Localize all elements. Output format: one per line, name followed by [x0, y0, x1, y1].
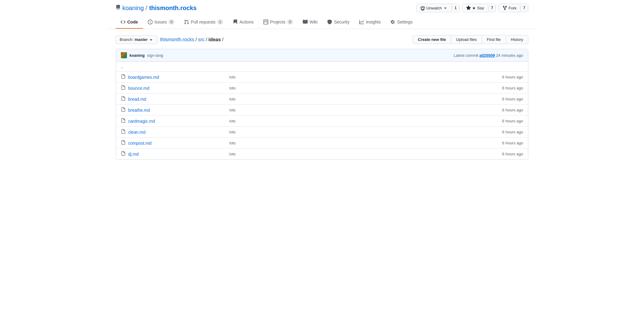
file-icon	[121, 107, 126, 113]
history-button[interactable]: History	[506, 35, 528, 44]
path-bar: Branch: master thismonth.rocks / src / i…	[116, 35, 528, 44]
tab-wiki[interactable]: Wiki	[298, 16, 322, 29]
path-left: Branch: master thismonth.rocks / src / i…	[116, 35, 223, 44]
tab-projects[interactable]: Projects 0	[259, 16, 298, 29]
tab-settings[interactable]: Settings	[385, 16, 418, 29]
file-icon	[121, 74, 126, 80]
file-time: 6 hours ago	[427, 86, 523, 90]
breadcrumb-sep-2: /	[206, 37, 207, 42]
star-count: 7	[488, 5, 496, 11]
table-row: compost.md lots 6 hours ago	[116, 138, 528, 149]
table-row: clean.md lots 6 hours ago	[116, 127, 528, 138]
breadcrumb-sep-1: /	[196, 37, 197, 42]
projects-badge: 0	[287, 20, 293, 24]
file-commit: lots	[225, 108, 427, 112]
file-name[interactable]: compost.md	[128, 141, 225, 146]
avatar	[121, 52, 127, 58]
file-time: 6 hours ago	[427, 119, 523, 123]
commit-hash[interactable]: a025509	[479, 53, 495, 58]
table-row: boardgames.md lots 6 hours ago	[116, 72, 528, 83]
file-time: 6 hours ago	[427, 108, 523, 112]
file-time: 6 hours ago	[427, 141, 523, 145]
file-icon	[121, 129, 126, 135]
upload-files-button[interactable]: Upload files	[451, 35, 482, 44]
tab-actions[interactable]: Actions	[228, 16, 259, 29]
fork-label: Fork	[508, 6, 516, 10]
fork-count: 7	[520, 5, 528, 11]
nav-tabs: Code Issues 0 Pull requests 1 Actions Pr…	[108, 16, 536, 29]
table-row: bread.md lots 6 hours ago	[116, 94, 528, 105]
unwatch-label: Unwatch	[426, 6, 442, 10]
commit-author: koaning	[129, 53, 145, 58]
branch-selector[interactable]: Branch: master	[116, 35, 157, 44]
commit-time: 24 minutes ago	[496, 53, 523, 58]
fork-button[interactable]: Fork	[499, 4, 520, 12]
star-group: ★ Star 7	[462, 4, 496, 12]
parent-link[interactable]: ..	[121, 64, 123, 69]
file-table: koaning sign-lang Latest commit a025509 …	[116, 49, 528, 160]
breadcrumb-sep-3: /	[222, 37, 223, 42]
file-commit: lots	[225, 75, 427, 79]
file-commit: lots	[225, 119, 427, 123]
file-icon	[121, 151, 126, 157]
table-row: bounce.md lots 6 hours ago	[116, 83, 528, 94]
commit-info: koaning sign-lang	[121, 52, 163, 58]
breadcrumb-src[interactable]: src	[198, 37, 204, 42]
file-commit: lots	[225, 97, 427, 101]
tab-code[interactable]: Code	[116, 16, 143, 29]
header-actions: Unwatch 1 ★ Star 7 Fork 7	[414, 4, 528, 12]
file-icon	[121, 118, 126, 124]
file-name[interactable]: cardmagic.md	[128, 119, 225, 124]
header: koaning / thismonth.rocks Unwatch 1 ★ St…	[108, 0, 536, 16]
repo-separator: /	[146, 5, 147, 12]
file-commit: lots	[225, 152, 427, 156]
tab-issues[interactable]: Issues 0	[143, 16, 179, 29]
repo-title: koaning / thismonth.rocks	[116, 5, 197, 12]
breadcrumb-current: ideas	[208, 37, 221, 42]
file-commit: lots	[225, 86, 427, 90]
star-label: ★ Star	[472, 6, 484, 10]
breadcrumb: thismonth.rocks / src / ideas /	[160, 37, 223, 42]
file-icon	[121, 96, 126, 102]
parent-row: ..	[116, 62, 528, 72]
file-commit: lots	[225, 130, 427, 134]
issues-badge: 0	[168, 20, 174, 24]
tab-insights[interactable]: Insights	[354, 16, 385, 29]
tab-security[interactable]: Security	[322, 16, 354, 29]
file-time: 6 hours ago	[427, 75, 523, 79]
unwatch-group: Unwatch 1	[416, 4, 460, 12]
commit-row: koaning sign-lang Latest commit a025509 …	[116, 49, 528, 62]
repo-owner[interactable]: koaning	[122, 5, 144, 12]
breadcrumb-repo[interactable]: thismonth.rocks	[160, 37, 194, 42]
file-name[interactable]: breathe.md	[128, 108, 225, 113]
commit-meta: Latest commit a025509 24 minutes ago	[454, 53, 523, 58]
file-time: 6 hours ago	[427, 130, 523, 134]
file-icon	[121, 85, 126, 91]
find-file-button[interactable]: Find file	[482, 35, 506, 44]
path-actions: Create new file Upload files Find file H…	[413, 35, 528, 44]
tab-pull-requests[interactable]: Pull requests 1	[179, 16, 228, 29]
commit-message: sign-lang	[147, 53, 163, 58]
table-row: cardmagic.md lots 6 hours ago	[116, 116, 528, 127]
unwatch-button[interactable]: Unwatch	[417, 4, 452, 12]
repo-icon	[116, 5, 121, 11]
file-time: 6 hours ago	[427, 152, 523, 156]
file-name[interactable]: boardgames.md	[128, 75, 225, 80]
table-row: breathe.md lots 6 hours ago	[116, 105, 528, 116]
file-time: 6 hours ago	[427, 97, 523, 101]
unwatch-count: 1	[452, 5, 459, 11]
file-commit: lots	[225, 141, 427, 145]
create-new-file-button[interactable]: Create new file	[413, 35, 451, 44]
table-row: dj.md lots 6 hours ago	[116, 149, 528, 159]
file-name[interactable]: dj.md	[128, 152, 225, 157]
file-name[interactable]: bounce.md	[128, 86, 225, 91]
file-icon	[121, 140, 126, 146]
pr-badge: 1	[217, 20, 223, 24]
star-button[interactable]: ★ Star	[462, 4, 488, 12]
file-name[interactable]: clean.md	[128, 130, 225, 135]
repo-name[interactable]: thismonth.rocks	[149, 5, 197, 12]
commit-prefix: Latest commit	[454, 53, 478, 58]
fork-group: Fork 7	[498, 4, 528, 12]
main-content: Branch: master thismonth.rocks / src / i…	[108, 29, 536, 166]
file-name[interactable]: bread.md	[128, 97, 225, 102]
